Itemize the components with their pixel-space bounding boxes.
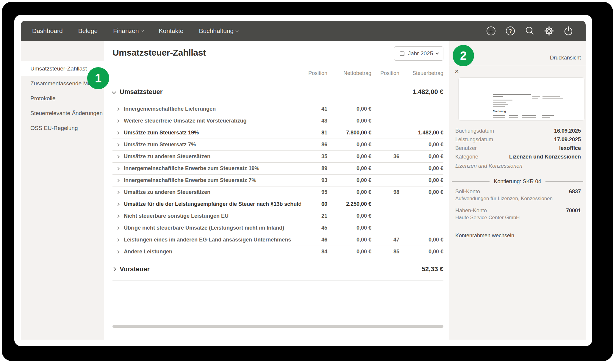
row-nettobetrag: 0,00 € (327, 237, 371, 243)
detail-field-row: Buchungsdatum 16.09.2025 (455, 127, 581, 135)
column-header-steuerbetrag: Steuerbetrag (399, 70, 443, 76)
row-position-1: 46 (301, 237, 327, 243)
row-label: Nicht steuerbare sonstige Leistungen EU (124, 213, 229, 219)
sidebar-item-oss-eu-regelung[interactable]: OSS EU-Regelung (21, 121, 104, 136)
row-position-1: 93 (301, 177, 327, 183)
add-icon[interactable] (486, 26, 496, 36)
section-header[interactable]: Umsatzsteuer 1.482,00 € (112, 86, 443, 98)
settings-icon[interactable] (544, 26, 554, 36)
row-label: Innergemeinschaftliche Erwerbe zum Steue… (124, 165, 259, 172)
chevron-down-icon (141, 29, 144, 32)
chevron-right-icon[interactable] (116, 107, 119, 111)
preview-line (532, 98, 538, 99)
chevron-right-icon[interactable] (116, 167, 119, 170)
preview-line (542, 117, 550, 118)
sidebar-item-steuerrelevante-nderungen[interactable]: Steuerrelevante Änderungen (21, 106, 104, 121)
row-steuerbetrag: 0,00 € (399, 165, 443, 172)
preview-line (493, 100, 512, 101)
row-steuerbetrag (399, 225, 443, 231)
chevron-right-icon[interactable] (116, 214, 119, 218)
print-view-link[interactable]: Druckansicht (550, 55, 581, 61)
preview-doc-title: Rechnung (493, 110, 506, 113)
chevron-right-icon[interactable] (116, 155, 119, 158)
chevron-right-icon[interactable] (116, 226, 119, 230)
row-position-1: 21 (301, 213, 327, 219)
row-label: Umsätze zum Steuersatz 19% (124, 130, 199, 136)
row-nettobetrag: 0,00 € (327, 189, 371, 195)
header-divider (112, 80, 443, 80)
row-position-1: 60 (301, 201, 327, 207)
row-nettobetrag: 0,00 € (327, 165, 371, 172)
annotation-badge-2: 2 (453, 45, 474, 66)
nav-item-belege[interactable]: Belege (78, 27, 98, 34)
table-row[interactable]: Übrige nicht steuerbare Umsätze (Leistun… (112, 222, 443, 234)
chevron-right-icon[interactable] (116, 179, 119, 182)
preview-line (532, 96, 540, 97)
search-icon[interactable] (524, 26, 535, 36)
chevron-icon[interactable] (112, 267, 116, 271)
nav-menu: DashboardBelegeFinanzenKontakteBuchhaltu… (32, 27, 238, 34)
row-nettobetrag: 0,00 € (327, 118, 371, 124)
row-steuerbetrag: 0,00 € (399, 177, 443, 183)
table-row[interactable]: Weitere steuerfreie Umsätze mit Vorsteue… (112, 115, 443, 127)
chevron-icon[interactable] (112, 90, 116, 94)
row-position-1: 95 (301, 189, 327, 195)
preview-line (522, 115, 536, 116)
calendar-icon (399, 51, 405, 57)
table-row[interactable]: Umsätze zu anderen Steuersätzen 95 0,00 … (112, 186, 443, 198)
nav-item-finanzen[interactable]: Finanzen (113, 27, 143, 34)
row-position-1: 81 (301, 130, 327, 136)
row-position-2 (371, 177, 399, 183)
svg-text:?: ? (509, 28, 512, 34)
close-icon[interactable]: × (455, 68, 459, 74)
nav-item-buchhaltung[interactable]: Buchhaltung (199, 27, 238, 34)
table-row[interactable]: Umsätze zum Steuersatz 19% 81 7.800,00 €… (112, 127, 443, 139)
table-row[interactable]: Umsätze zu anderen Steuersätzen 35 0,00 … (112, 150, 443, 162)
chevron-right-icon[interactable] (116, 143, 119, 146)
row-position-1: 35 (301, 153, 327, 160)
preview-line (509, 117, 518, 118)
row-position-2 (371, 213, 399, 219)
chevron-down-icon (436, 51, 439, 54)
row-label: Umsätze zu anderen Steuersätzen (124, 189, 210, 195)
section-total: 1.482,00 € (412, 88, 443, 96)
row-position-2 (371, 118, 399, 124)
table-row[interactable]: Leistungen eines im anderen EG-Land ansä… (112, 234, 443, 246)
document-preview-thumbnail[interactable]: Rechnung (458, 77, 584, 121)
chevron-right-icon[interactable] (116, 131, 119, 134)
row-nettobetrag: 0,00 € (327, 213, 371, 219)
row-label: Innergemeinschaftliche Lieferungen (124, 106, 216, 112)
row-steuerbetrag (399, 106, 443, 112)
sidebar-item-protokolle[interactable]: Protokolle (21, 91, 104, 106)
preview-line (509, 115, 518, 116)
table-row[interactable]: Andere Leistungen 84 0,00 € 85 0,00 € (112, 246, 443, 258)
switch-chart-of-accounts-link[interactable]: Kontenrahmen wechseln (455, 233, 514, 239)
top-navbar: DashboardBelegeFinanzenKontakteBuchhaltu… (21, 21, 586, 41)
year-selector-button[interactable]: Jahr 2025 (394, 46, 443, 61)
nav-item-kontakte[interactable]: Kontakte (159, 27, 184, 34)
field-label: Buchungsdatum (455, 128, 494, 134)
section-header[interactable]: Vorsteuer 52,33 € (112, 263, 443, 275)
row-label: Umsätze zum Steuersatz 7% (124, 142, 196, 148)
table-row[interactable]: Umsätze für die der Leistungsempfänger d… (112, 198, 443, 210)
detail-fields: Buchungsdatum 16.09.2025 Leistungsdatum … (455, 127, 581, 170)
chevron-right-icon[interactable] (116, 191, 119, 194)
horizontal-scrollbar[interactable] (112, 325, 443, 328)
help-icon[interactable]: ? (505, 26, 516, 36)
row-position-1: 45 (301, 225, 327, 231)
table-row[interactable]: Innergemeinschaftliche Erwerbe zum Steue… (112, 174, 443, 186)
table-row[interactable]: Umsätze zum Steuersatz 7% 86 0,00 € 0,00… (112, 139, 443, 150)
chevron-right-icon[interactable] (116, 238, 119, 241)
account-label: Haben-Konto (455, 208, 487, 214)
power-icon[interactable] (563, 26, 574, 36)
table-row[interactable]: Innergemeinschaftliche Lieferungen 41 0,… (112, 103, 443, 115)
preview-line (542, 98, 563, 99)
table-row[interactable]: Innergemeinschaftliche Erwerbe zum Steue… (112, 162, 443, 174)
row-steuerbetrag: 0,00 € (399, 237, 443, 243)
chevron-right-icon[interactable] (116, 250, 119, 253)
account-description: Aufwendungen für Lizenzen, Konzessionen (455, 195, 581, 202)
table-row[interactable]: Nicht steuerbare sonstige Leistungen EU … (112, 210, 443, 222)
chevron-right-icon[interactable] (116, 119, 119, 123)
chevron-right-icon[interactable] (116, 203, 119, 206)
nav-item-dashboard[interactable]: Dashboard (32, 27, 63, 34)
